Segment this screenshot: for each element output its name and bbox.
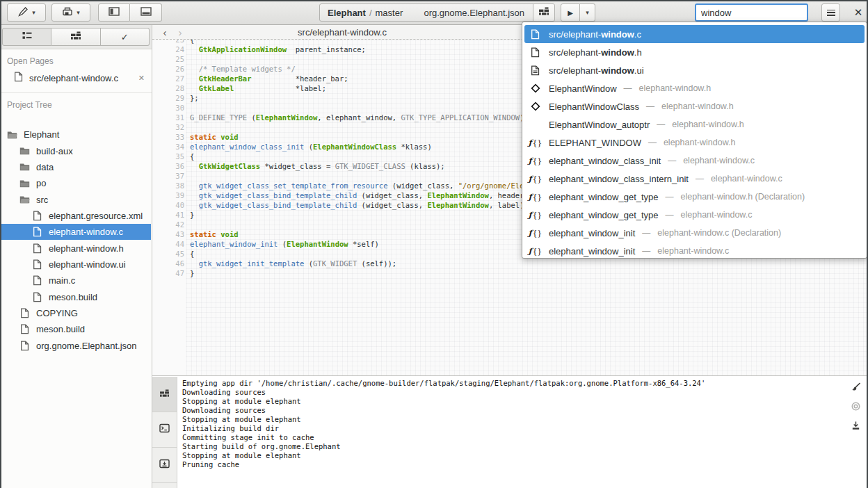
tree-item-label: elephant-window.ui: [49, 259, 126, 270]
folder-open-icon: [19, 195, 30, 204]
tree-item-label: meson.build: [49, 292, 97, 302]
tree-item-data[interactable]: data: [0, 159, 151, 175]
tab-build-output[interactable]: [152, 377, 177, 412]
result-location: elephant-window.c: [711, 174, 782, 184]
panel-bottom-icon: [140, 6, 152, 19]
result-separator: —: [642, 246, 650, 256]
editor-mode-button[interactable]: ▾: [7, 3, 46, 22]
tree-item-org.gnome.Elephant.json[interactable]: org.gnome.Elephant.json: [0, 337, 151, 353]
log-line: Committing stage init to cache: [182, 433, 847, 442]
build-button[interactable]: [533, 4, 554, 21]
search-result-row[interactable]: ƒ{}ELEPHANT_WINDOW—elephant-window.h: [524, 133, 865, 152]
tab-todo[interactable]: ✓: [101, 28, 150, 46]
tree-item-meson.build[interactable]: meson.build: [0, 321, 151, 337]
save-log-button[interactable]: [849, 421, 862, 433]
search-result-row[interactable]: src/elephant-window.h: [524, 43, 865, 61]
tree-item-meson.build[interactable]: meson.build: [0, 288, 151, 304]
search-result-row[interactable]: ƒ{}elephant_window_init—elephant-window.…: [524, 242, 865, 259]
code-text: elephant_window_class_init (ElephantWind…: [190, 142, 432, 152]
tree-item-label: Elephant: [24, 129, 59, 140]
device-selector-button[interactable]: ▾: [51, 3, 90, 22]
open-page-row[interactable]: src/elephant-window.c ✕: [0, 69, 152, 87]
tree-item-label: org.gnome.Elephant.json: [36, 341, 137, 351]
panel-left-icon: [108, 6, 120, 19]
line-number: 38: [152, 181, 184, 190]
result-location: elephant-window.c: [683, 156, 755, 165]
tab-open-pages[interactable]: [2, 28, 51, 46]
result-separator: —: [668, 156, 676, 165]
result-separator: —: [696, 174, 704, 184]
line-number: 32: [152, 122, 184, 132]
function-icon: ƒ{}: [529, 138, 541, 147]
search-result-row[interactable]: ƒ{}elephant_window_get_type—elephant-win…: [524, 188, 865, 206]
file-icon: [31, 211, 42, 221]
tree-item-label: elephant-window.h: [49, 243, 124, 254]
search-result-row[interactable]: ƒ{}elephant_window_get_type—elephant-win…: [524, 206, 865, 224]
tree-item-po[interactable]: po: [0, 175, 151, 191]
pen-icon: [17, 6, 29, 19]
tree-item-elephant-window.h[interactable]: elephant-window.h: [0, 240, 151, 256]
sidebar-tab-strip: ✓: [0, 25, 152, 49]
tab-build-targets[interactable]: [51, 28, 100, 46]
line-number: 31: [152, 113, 184, 122]
search-result-row[interactable]: src/elephant-window.ui: [524, 61, 865, 79]
file-icon: [31, 275, 42, 286]
search-result-row[interactable]: ƒ{}elephant_window_init—elephant-window.…: [524, 224, 865, 242]
line-number: 34: [152, 142, 184, 152]
menu-button[interactable]: [821, 3, 840, 22]
project-name: Elephant: [328, 8, 366, 18]
file-icon: [19, 324, 30, 334]
clear-log-button[interactable]: [849, 382, 862, 394]
log-line: Starting build of org.gnome.Elephant: [182, 442, 847, 451]
tab-terminal[interactable]: [152, 412, 177, 448]
run-button[interactable]: ▶: [561, 3, 580, 22]
download-icon: [851, 421, 861, 433]
folder-icon: [19, 147, 30, 155]
tab-runtime-terminal[interactable]: [152, 448, 177, 483]
brush-icon: [850, 382, 861, 395]
tree-item-build-aux[interactable]: build-aux: [0, 143, 151, 158]
tree-item-label: build-aux: [36, 146, 73, 156]
result-separator: —: [666, 192, 674, 202]
file-icon: [14, 72, 23, 84]
branch-name: master: [376, 8, 403, 18]
search-result-row[interactable]: ElephantWindowClass—elephant-window.h: [524, 97, 865, 115]
close-page-icon[interactable]: ✕: [138, 74, 145, 83]
code-line-47[interactable]: 47}: [152, 268, 868, 278]
window-close-button[interactable]: ✕: [849, 3, 867, 22]
result-separator: —: [642, 228, 650, 238]
global-search-input[interactable]: [695, 3, 808, 22]
tree-item-elephant.gresource.xml[interactable]: elephant.gresource.xml: [0, 208, 151, 224]
search-result-row[interactable]: ElephantWindow_autoptr—elephant-window.h: [524, 115, 865, 133]
search-result-row[interactable]: src/elephant-window.c: [524, 25, 865, 43]
breadcrumb[interactable]: Elephant/master org.gnome.Elephant.json: [319, 3, 555, 22]
file-icon: [529, 47, 541, 58]
terminal-download-icon: [159, 459, 170, 471]
tree-item-elephant-window.c[interactable]: elephant-window.c: [0, 224, 151, 240]
record-log-button[interactable]: [849, 401, 862, 414]
tree-item-label: COPYING: [36, 308, 78, 318]
tree-item-main.c[interactable]: main.c: [0, 273, 151, 288]
search-result-row[interactable]: ƒ{}elephant_window_class_intern_init—ele…: [524, 170, 865, 188]
tree-item-elephant-window.ui[interactable]: elephant-window.ui: [0, 257, 151, 273]
code-line-46[interactable]: 46 gtk_widget_init_template (GTK_WIDGET …: [152, 259, 868, 268]
result-separator: —: [657, 120, 665, 129]
tree-item-COPYING[interactable]: COPYING: [0, 305, 151, 321]
hamburger-icon: [827, 10, 835, 16]
search-result-row[interactable]: ElephantWindow—elephant-window.h: [524, 79, 865, 97]
search-result-row[interactable]: ƒ{}elephant_window_class_init—elephant-w…: [524, 152, 865, 170]
result-title: ELEPHANT_WINDOW: [549, 138, 641, 148]
toggle-left-panel-button[interactable]: [98, 3, 130, 22]
tree-item-Elephant[interactable]: Elephant: [0, 127, 151, 143]
result-separator: —: [666, 210, 674, 220]
toggle-bottom-panel-button[interactable]: [130, 3, 162, 22]
tree-item-label: main.c: [49, 275, 75, 286]
result-title: src/elephant-window.ui: [549, 65, 644, 76]
tree-item-src[interactable]: src: [0, 191, 151, 207]
result-separator: —: [648, 138, 657, 147]
function-icon: ƒ{}: [529, 156, 541, 165]
run-options-button[interactable]: ▾: [580, 3, 595, 22]
result-location: elephant-window.h (Declaration): [681, 192, 805, 202]
build-log[interactable]: Emptying app dir '/home/christian/.cache…: [182, 379, 847, 487]
log-line: Stopping at module elephant: [182, 451, 847, 460]
